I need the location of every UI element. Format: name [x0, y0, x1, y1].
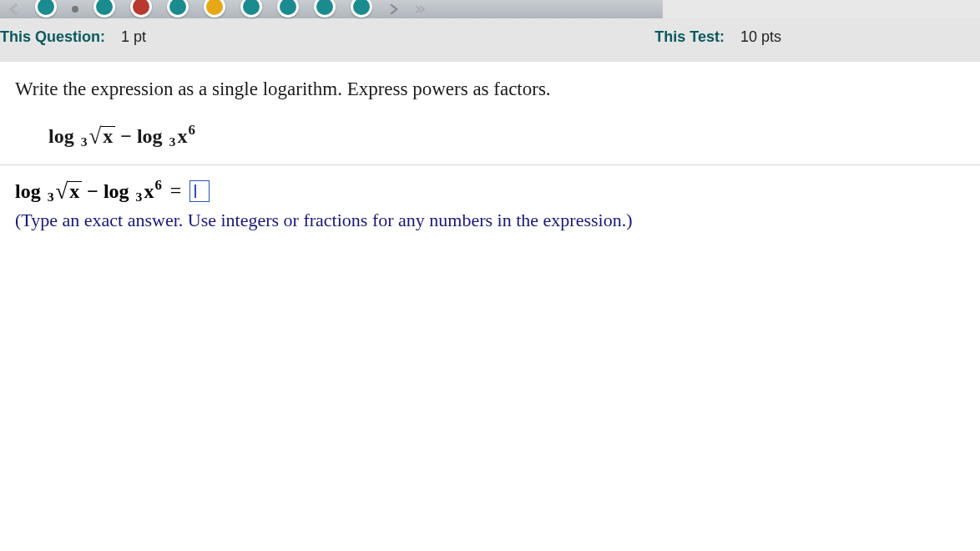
question-info-bar: This Question: 1 pt This Test: 10 pts — [0, 18, 980, 62]
ans-log-fn-1: log — [15, 180, 41, 202]
this-question-value: 1 pt — [121, 28, 146, 45]
next-arrow-icon[interactable] — [387, 3, 399, 15]
power-exp: 6 — [187, 122, 194, 138]
nav-dot-2[interactable] — [93, 0, 115, 18]
minus-op: − — [120, 125, 137, 147]
log-base-2: 3 — [168, 134, 178, 149]
ans-power-base: x — [144, 180, 154, 202]
this-test-value: 10 pts — [740, 28, 781, 45]
nav-dot-4[interactable] — [167, 0, 189, 18]
log-fn-2: log — [137, 125, 163, 147]
nav-dot-1[interactable] — [35, 0, 57, 18]
answer-input[interactable] — [189, 180, 210, 202]
nav-dot-5-current[interactable] — [204, 0, 225, 18]
nav-blank-area — [663, 0, 980, 18]
this-test-label: This Test: — [654, 28, 725, 45]
ans-power-exp: 6 — [154, 177, 161, 193]
problem-content: Write the expression as a single logarit… — [0, 62, 980, 164]
equals-sign: = — [170, 179, 182, 202]
nav-dot-7[interactable] — [277, 0, 299, 18]
ans-log-fn-2: log — [104, 180, 129, 202]
log-base-1: 3 — [79, 134, 89, 149]
nav-dot-9[interactable] — [351, 0, 372, 18]
problem-prompt: Write the expression as a single logarit… — [15, 78, 965, 100]
answer-block: log 3√x − log 3x6 = (Type an exact answe… — [0, 165, 980, 231]
prev-arrow-icon[interactable] — [8, 3, 20, 15]
progress-nav-strip — [0, 0, 980, 18]
log-fn-1: log — [48, 125, 74, 147]
radical-icon: √ — [88, 124, 101, 149]
sqrt-term: √x — [88, 123, 115, 149]
next-fast-arrow-icon[interactable] — [414, 3, 426, 15]
this-question-label: This Question: — [0, 28, 105, 45]
ans-radicand: x — [68, 181, 82, 201]
ans-radical-icon: √ — [55, 179, 68, 204]
text-caret-icon — [194, 185, 196, 198]
nav-dot-sep — [72, 6, 78, 13]
nav-dot-8[interactable] — [314, 0, 336, 18]
answer-expression-line: log 3√x − log 3x6 = — [15, 177, 965, 205]
nav-dot-6[interactable] — [240, 0, 262, 18]
power-base: x — [177, 125, 187, 147]
ans-minus-op: − — [87, 180, 104, 202]
nav-dot-3[interactable] — [130, 0, 152, 18]
ans-log-base-1: 3 — [46, 190, 56, 204]
given-expression: log 3√x − log 3x6 — [15, 122, 965, 164]
ans-sqrt-term: √x — [55, 178, 82, 204]
radicand: x — [101, 126, 115, 146]
answer-hint: (Type an exact answer. Use integers or f… — [15, 210, 965, 231]
ans-log-base-2: 3 — [134, 190, 144, 204]
